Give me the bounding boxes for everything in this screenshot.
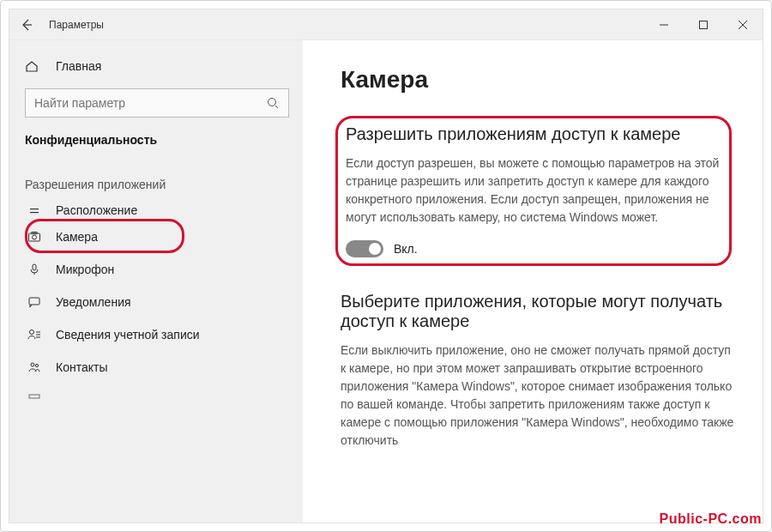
- section-description: Если выключить приложение, оно не сможет…: [341, 342, 737, 450]
- toggle-state-label: Вкл.: [394, 242, 418, 256]
- sidebar-item-contacts[interactable]: Контакты: [9, 351, 303, 384]
- sidebar-item-label: Камера: [56, 230, 98, 244]
- search-icon: [257, 97, 288, 109]
- search-input-container[interactable]: [25, 88, 289, 118]
- window-body: Главная Конфиденциальность Разрешения пр…: [9, 40, 763, 523]
- allow-apps-panel: Разрешить приложениям доступ к камере Ес…: [341, 119, 737, 271]
- location-icon: [25, 203, 44, 217]
- svg-rect-0: [700, 21, 708, 28]
- main-content: Камера Разрешить приложениям доступ к ка…: [303, 40, 763, 523]
- sidebar-item-label: Главная: [56, 59, 101, 73]
- sidebar-item-notifications[interactable]: Уведомления: [9, 286, 303, 318]
- section-description: Если доступ разрешен, вы можете с помощь…: [346, 154, 723, 227]
- settings-window: Параметры Главная Конфиден: [9, 9, 763, 523]
- watermark: Public-PC.com: [660, 511, 762, 527]
- svg-rect-2: [30, 212, 39, 213]
- sidebar: Главная Конфиденциальность Разрешения пр…: [9, 40, 303, 523]
- sidebar-item-cut[interactable]: [9, 384, 303, 409]
- camera-icon: [25, 230, 44, 244]
- maximize-button[interactable]: [684, 9, 723, 40]
- sidebar-item-label: Расположение: [56, 203, 137, 217]
- svg-point-10: [31, 363, 34, 366]
- sidebar-item-label: Сведения учетной записи: [56, 328, 200, 342]
- home-icon: [25, 59, 44, 73]
- section-heading: Выберите приложения, которые могут получ…: [341, 292, 737, 331]
- titlebar: Параметры: [9, 9, 763, 40]
- arrow-left-icon: [20, 18, 33, 32]
- section-heading: Разрешить приложениям доступ к камере: [346, 124, 723, 144]
- sidebar-item-account-info[interactable]: Сведения учетной записи: [9, 318, 303, 351]
- camera-access-toggle[interactable]: [346, 240, 383, 257]
- svg-rect-3: [30, 209, 39, 209]
- svg-point-5: [33, 235, 37, 239]
- sidebar-group-label: Разрешения приложений: [9, 162, 303, 200]
- svg-rect-12: [29, 395, 39, 398]
- account-info-icon: [25, 328, 44, 342]
- toggle-row: Вкл.: [346, 240, 723, 257]
- microphone-icon: [25, 263, 44, 276]
- sidebar-item-camera[interactable]: Камера: [9, 221, 303, 253]
- svg-point-11: [35, 364, 38, 366]
- sidebar-item-label: Уведомления: [56, 295, 131, 309]
- minimize-icon: [660, 21, 668, 29]
- search-input[interactable]: [26, 96, 257, 110]
- sidebar-item-label: Микрофон: [56, 263, 114, 276]
- window-title: Параметры: [44, 19, 644, 31]
- sidebar-item-home[interactable]: Главная: [9, 52, 303, 80]
- sidebar-section-title: Конфиденциальность: [9, 130, 303, 162]
- close-button[interactable]: [723, 9, 763, 40]
- notifications-icon: [25, 295, 44, 309]
- page-title: Камера: [341, 66, 737, 94]
- svg-rect-7: [33, 264, 36, 270]
- svg-point-9: [30, 330, 34, 335]
- back-button[interactable]: [9, 9, 44, 40]
- minimize-button[interactable]: [644, 9, 684, 40]
- svg-rect-8: [29, 298, 39, 305]
- sidebar-item-label: Контакты: [56, 360, 107, 374]
- contacts-icon: [25, 360, 44, 374]
- sidebar-item-location[interactable]: Расположение: [9, 200, 303, 221]
- generic-icon: [25, 393, 44, 400]
- maximize-icon: [699, 21, 708, 29]
- svg-point-1: [268, 99, 276, 106]
- svg-rect-4: [29, 233, 40, 241]
- sidebar-item-microphone[interactable]: Микрофон: [9, 253, 303, 286]
- close-icon: [739, 21, 747, 29]
